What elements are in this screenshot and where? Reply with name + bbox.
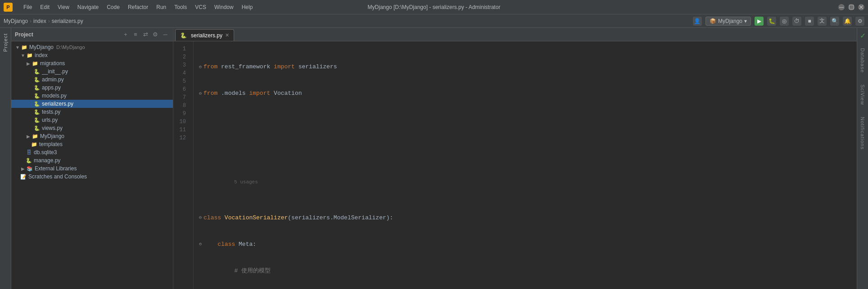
sciview-tab[interactable]: SciView (858, 79, 867, 111)
tree-label-db: db.sqlite3 (34, 149, 57, 156)
breadcrumb-file[interactable]: serializers.py (52, 18, 83, 24)
tree-arrow-mydjango-inner: ▶ (26, 133, 31, 139)
project-panel: Project + ≡ ⇄ ⚙ ─ ▼ 📁 MyDjango D:\MyDjan… (11, 28, 173, 289)
file-icon-views: 🐍 (34, 125, 40, 131)
menu-file[interactable]: File (20, 2, 36, 12)
title-bar: P File Edit View Navigate Code Refactor … (0, 0, 868, 14)
menu-help[interactable]: Help (238, 2, 257, 12)
minimize-button[interactable]: ─ (838, 4, 845, 10)
breadcrumb-index[interactable]: index (33, 18, 46, 24)
close-button[interactable]: ✕ (858, 4, 864, 10)
user-icon-button[interactable]: 👤 (693, 17, 702, 26)
project-toolbar: Project + ≡ ⇄ ⚙ ─ (11, 28, 173, 41)
tree-item-scratches[interactable]: 📝 Scratches and Consoles (11, 173, 173, 181)
coverage-button[interactable]: ◎ (780, 17, 789, 26)
menu-code[interactable]: Code (103, 2, 123, 12)
tree-item-apps[interactable]: 🐍 apps.py (11, 84, 173, 92)
code-line-7: # 使用的模型 (199, 267, 851, 276)
check-status-icon: ✓ (859, 30, 867, 42)
menu-navigate[interactable]: Navigate (74, 2, 102, 12)
search-button[interactable]: 🔍 (830, 17, 839, 26)
breadcrumb-mydjango[interactable]: MyDjango (4, 18, 28, 24)
code-line-3 (199, 116, 851, 124)
folder-icon-templates: 📁 (31, 141, 37, 147)
database-tab[interactable]: Database (858, 43, 867, 78)
tree-label-index: index (35, 52, 48, 58)
tree-item-mydjango-inner[interactable]: ▶ 📁 MyDjango (11, 132, 173, 140)
tree-label-init: __init__.py (42, 68, 68, 75)
notifications-button[interactable]: 🔔 (843, 17, 852, 26)
tree-item-db[interactable]: 🗄 db.sqlite3 (11, 148, 173, 156)
menu-window[interactable]: Window (211, 2, 237, 12)
nav-right: 👤 📦 MyDjango ▾ ▶ 🐛 ◎ ⏱ ■ 文 🔍 🔔 ⚙ (693, 17, 864, 26)
stop-button[interactable]: ■ (805, 17, 814, 26)
project-selector-label: MyDjango (718, 18, 742, 24)
breadcrumb: MyDjango › index › serializers.py (4, 18, 83, 24)
tree-arrow-index: ▼ (20, 53, 26, 58)
run-button[interactable]: ▶ (755, 17, 764, 26)
project-tree: ▼ 📁 MyDjango D:\MyDjango ▼ 📁 index ▶ 📁 m… (11, 41, 173, 289)
nav-bar: MyDjango › index › serializers.py 👤 📦 My… (0, 14, 868, 28)
layout-icon[interactable]: ≡ (131, 31, 140, 39)
code-editor[interactable]: 1 2 3 4 5 6 7 8 9 10 11 12 ⊖from rest_fr… (173, 41, 857, 289)
file-icon-apps: 🐍 (34, 84, 40, 91)
project-selector[interactable]: 📦 MyDjango ▾ (705, 17, 751, 26)
menu-vcs[interactable]: VCS (191, 2, 210, 12)
translate-button[interactable]: 文 (818, 17, 827, 26)
hide-icon[interactable]: ─ (161, 31, 169, 39)
window-title: MyDjango [D:\MyDjango] - serializers.py … (368, 4, 501, 10)
menu-view[interactable]: View (54, 2, 73, 12)
fold-marker-1: ⊖ (199, 64, 202, 71)
code-line-2: ⊖from .models import Vocation (199, 89, 851, 98)
code-content[interactable]: ⊖from rest_framework import serializers … (194, 41, 857, 289)
project-tab-label[interactable]: Project (1, 30, 10, 55)
menu-tools[interactable]: Tools (171, 2, 190, 12)
tree-label-templates: templates (39, 141, 63, 147)
tab-serializers[interactable]: 🐍 serializers.py ✕ (175, 29, 234, 41)
settings-icon[interactable]: ⚙ (151, 31, 159, 39)
folder-icon-mydjango-inner: 📁 (32, 133, 38, 139)
tab-close-serializers[interactable]: ✕ (225, 33, 229, 38)
menu-run[interactable]: Run (153, 2, 170, 12)
tree-item-views[interactable]: 🐍 views.py (11, 124, 173, 132)
tree-label-views: views.py (42, 125, 63, 131)
notifications-tab[interactable]: Notifications (858, 111, 867, 155)
tree-label-urls: urls.py (42, 117, 58, 123)
tab-label-serializers: serializers.py (191, 32, 222, 39)
tree-label-scratches: Scratches and Consoles (28, 173, 87, 180)
tree-label-apps: apps.py (42, 84, 61, 91)
tree-item-templates[interactable]: 📁 templates (11, 140, 173, 148)
tree-label-models: models.py (42, 93, 67, 99)
maximize-button[interactable]: ☐ (848, 4, 854, 10)
tree-item-mydjango-root[interactable]: ▼ 📁 MyDjango D:\MyDjango (11, 43, 173, 51)
fold-marker-5: ⊖ (199, 214, 202, 221)
settings-button[interactable]: ⚙ (855, 17, 864, 26)
tree-label-tests: tests.py (42, 109, 60, 115)
collapse-icon[interactable]: ⇄ (141, 31, 149, 39)
tree-item-index[interactable]: ▼ 📁 index (11, 51, 173, 59)
breadcrumb-sep-1: › (30, 18, 32, 24)
tree-item-init[interactable]: 🐍 __init__.py (11, 67, 173, 76)
tree-label-serializers: serializers.py (42, 101, 73, 107)
usages-hint: 5 usages (199, 169, 851, 195)
tree-item-external[interactable]: ▶ 📚 External Libraries (11, 165, 173, 173)
file-icon-serializers: 🐍 (34, 101, 40, 107)
tree-item-serializers[interactable]: 🐍 serializers.py (11, 100, 173, 108)
new-file-icon[interactable]: + (122, 31, 130, 39)
tree-item-tests[interactable]: 🐍 tests.py (11, 108, 173, 116)
tree-item-manage[interactable]: 🐍 manage.py (11, 156, 173, 165)
external-libs-icon: 📚 (27, 165, 33, 172)
scratches-icon: 📝 (20, 173, 27, 180)
folder-icon-mydjango: 📁 (21, 44, 27, 50)
tree-item-migrations[interactable]: ▶ 📁 migrations (11, 59, 173, 67)
tree-item-urls[interactable]: 🐍 urls.py (11, 116, 173, 124)
chevron-down-icon: ▾ (744, 18, 747, 24)
menu-refactor[interactable]: Refactor (124, 2, 152, 12)
profile-button[interactable]: ⏱ (792, 17, 801, 26)
fold-marker-6: ⊖ (199, 241, 202, 248)
tree-item-models[interactable]: 🐍 models.py (11, 92, 173, 100)
debug-button[interactable]: 🐛 (767, 17, 776, 26)
menu-edit[interactable]: Edit (36, 2, 53, 12)
code-line-6: ⊖ class Meta: (199, 240, 851, 249)
tree-item-admin[interactable]: 🐍 admin.py (11, 76, 173, 84)
